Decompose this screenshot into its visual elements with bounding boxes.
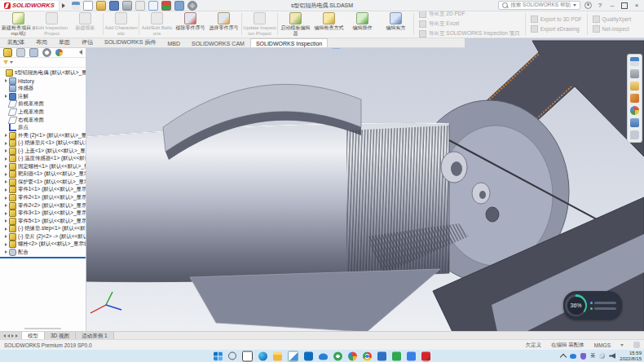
tree-item-component[interactable]: 零件1<1> (默认<<默认>_显示状 <box>0 186 86 194</box>
expand-icon[interactable] <box>5 188 7 192</box>
flange-hole-small[interactable] <box>486 207 499 222</box>
tree-item-component[interactable]: 固定螺栓<1> (默认<<默认>_显示 <box>0 163 86 171</box>
expand-icon[interactable] <box>5 95 7 98</box>
graphics-viewport[interactable]: 36% <box>86 36 644 332</box>
tree-filter[interactable] <box>0 58 86 68</box>
onedrive-icon[interactable] <box>319 354 328 360</box>
ime-indicator[interactable]: 英 <box>590 352 595 360</box>
featuremanager-tab-icon[interactable] <box>3 48 12 57</box>
tree-item-mates[interactable]: 配合 <box>0 249 86 257</box>
new-document-icon[interactable] <box>83 1 93 11</box>
store-icon[interactable] <box>304 351 313 360</box>
new-inspection-project-button[interactable]: 新建检查项目 (imp:纸) <box>2 11 35 37</box>
expand-icon[interactable] <box>5 204 7 207</box>
edit-operation-button[interactable]: 编辑操作 <box>346 11 379 37</box>
home-icon[interactable] <box>72 2 80 10</box>
help-search-box[interactable]: 搜索 SOLIDWORKS 帮助 <box>498 1 580 10</box>
units-caret-icon[interactable] <box>620 344 624 347</box>
tab-cam[interactable]: SOLIDWORKS CAM <box>186 38 250 47</box>
expand-icon[interactable] <box>5 79 7 82</box>
minimize-button[interactable]: – <box>608 2 616 10</box>
configurationmanager-tab-icon[interactable] <box>29 48 38 57</box>
tree-item-component[interactable]: 靶刻器<1> (默认<<默认>_显示状 <box>0 170 86 179</box>
edit-measurement-button[interactable]: 编辑实方 <box>379 11 412 37</box>
forum-icon[interactable] <box>630 130 639 139</box>
tree-item-sensor[interactable]: 传感器 <box>0 85 86 93</box>
view-palette-icon[interactable] <box>630 94 639 103</box>
tree-item-component[interactable]: 螺栓<2> (默认<<默认>_显示状态 <box>0 241 86 249</box>
blue-book-app-icon[interactable] <box>377 351 386 360</box>
mail-icon[interactable] <box>288 351 298 361</box>
home-resources-icon[interactable] <box>630 57 639 66</box>
expand-icon[interactable] <box>5 235 7 238</box>
tree-item-top-plane[interactable]: 上视基准面 <box>0 108 86 117</box>
save-icon[interactable] <box>109 1 119 11</box>
tree-item-annotations[interactable]: 注解 <box>0 93 86 101</box>
select-cursor-icon[interactable] <box>148 1 158 11</box>
login-icon[interactable] <box>584 2 592 9</box>
displaymanager-tab-icon[interactable] <box>55 49 63 56</box>
task-view-icon[interactable] <box>242 351 253 361</box>
expand-icon[interactable] <box>5 142 7 145</box>
help-button[interactable]: ? <box>596 2 604 10</box>
chrome-icon[interactable] <box>363 351 372 360</box>
expand-icon[interactable] <box>5 157 7 161</box>
flange-inner-ring[interactable] <box>439 126 553 266</box>
design-library-icon[interactable] <box>630 69 639 78</box>
tree-item-component[interactable]: (-) 温度传感器<1> (默认<<默认>_ <box>0 155 86 163</box>
tray-overflow-icon[interactable] <box>560 353 567 360</box>
expand-icon[interactable] <box>5 134 7 137</box>
green-app-icon[interactable] <box>333 351 342 360</box>
filter-caret-icon[interactable] <box>10 61 13 64</box>
expand-icon[interactable] <box>5 173 7 176</box>
search-taskbar-icon[interactable] <box>228 352 236 360</box>
tab-inspection[interactable]: SOLIDWORKS Inspection <box>250 38 328 47</box>
expand-icon[interactable] <box>5 165 7 168</box>
tree-item-origin[interactable]: 原点 <box>0 124 86 132</box>
tree-item-component[interactable]: (-) 垫片 (2)<2> -> (默认<<默认> <box>0 232 86 241</box>
green-s-app-icon[interactable] <box>392 351 401 360</box>
dimxpert-tab-icon[interactable] <box>42 48 51 57</box>
performance-widget[interactable]: 36% <box>563 291 622 320</box>
panel-resize-grip[interactable] <box>24 328 61 329</box>
edge-icon[interactable] <box>258 351 267 360</box>
expand-icon[interactable] <box>5 180 7 183</box>
restore-button[interactable] <box>620 2 629 10</box>
panel-splitter[interactable] <box>0 257 86 258</box>
tree-item-component[interactable]: 零件2<2> (默认<<默认>_显示状 <box>0 201 86 210</box>
start-button-icon[interactable] <box>214 351 223 360</box>
expand-icon[interactable] <box>5 243 7 246</box>
menu-flyout-icon[interactable] <box>62 3 65 8</box>
file-properties-icon[interactable] <box>174 1 184 11</box>
tree-item-component[interactable]: 外壳 (2)<1> (默认<<默认>_显示状 <box>0 131 86 139</box>
expand-icon[interactable] <box>5 196 7 200</box>
tree-item-component[interactable]: 零件5<1> (默认<<默认>_显示状 <box>0 217 86 225</box>
file-explorer-taskbar-icon[interactable] <box>273 351 282 360</box>
propertymanager-tab-icon[interactable] <box>16 48 25 57</box>
status-tag-icon[interactable] <box>633 342 640 348</box>
volume-icon[interactable] <box>609 353 615 359</box>
options-gear-icon[interactable] <box>187 1 197 11</box>
expand-icon[interactable] <box>5 227 7 231</box>
tree-item-component[interactable]: 保护套<1> (默认<<默认>_显示状 <box>0 179 86 187</box>
file-explorer-icon[interactable] <box>630 82 639 90</box>
units-selector[interactable]: MMGS <box>594 342 611 348</box>
weather-icon[interactable] <box>599 353 605 359</box>
custom-properties-icon[interactable] <box>630 118 639 127</box>
solidworks-logo[interactable]: SOLIDWORKS <box>0 1 60 11</box>
tree-item-component[interactable]: (-) 绝缘垫片<1> (默认<<默认>_显 <box>0 139 86 148</box>
tab-mbd[interactable]: MBD <box>161 38 186 47</box>
wps-app-icon[interactable] <box>407 351 416 360</box>
tree-item-component[interactable]: 零件2<1> (默认<<默认>_显示状 <box>0 194 86 202</box>
photos-icon[interactable] <box>348 351 357 360</box>
tree-item-component[interactable]: (-) 绝缘垫.step<1> (默认<<默认> <box>0 225 86 233</box>
collapse-panel-icon[interactable] <box>79 50 82 55</box>
print-icon[interactable] <box>122 1 132 11</box>
tree-item-right-plane[interactable]: 右视基准面 <box>0 116 86 124</box>
tree-item-component[interactable]: 零件3<1> (默认<<默认>_显示状 <box>0 210 86 218</box>
tree-item-root[interactable]: s型铝辊热电偶 (默认<默认>_显示状态-1 <box>0 69 86 77</box>
open-icon[interactable] <box>96 1 106 11</box>
tree-item-front-plane[interactable]: 前视基准面 <box>0 100 86 108</box>
solidworks-taskbar-icon[interactable] <box>421 351 430 360</box>
tree-item-history[interactable]: History <box>0 77 86 86</box>
